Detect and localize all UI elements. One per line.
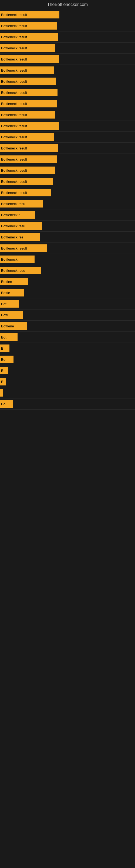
bottleneck-bar: Bottleneck r xyxy=(0,211,35,219)
bar-row: Bottleneck result xyxy=(0,31,135,42)
bottleneck-bar: Bottleneck result xyxy=(0,144,58,152)
bar-row: Bottleneck result xyxy=(0,20,135,31)
bottleneck-bar: Bottle xyxy=(0,289,24,297)
bottleneck-bar: Bottleneck result xyxy=(0,44,55,52)
bottleneck-bar: Bottleneck result xyxy=(0,33,58,41)
bottleneck-bar: Bottlen xyxy=(0,278,28,285)
bottleneck-bar: B xyxy=(0,344,9,352)
bar-row xyxy=(0,388,135,399)
bar-row: Bottleneck result xyxy=(0,120,135,131)
bar-row: Bottleneck result xyxy=(0,154,135,165)
bar-row: Bo xyxy=(0,399,135,410)
bottleneck-bar: Bottleneck result xyxy=(0,55,59,63)
bar-row: Bottleneck result xyxy=(0,176,135,187)
bottleneck-bar: Bottleneck result xyxy=(0,78,56,85)
bottleneck-bar: Bottleneck result xyxy=(0,178,53,185)
bar-row: Bottleneck result xyxy=(0,109,135,120)
bottleneck-bar: Bottleneck resu xyxy=(0,200,43,208)
bottleneck-bar: Bottleneck result xyxy=(0,189,51,196)
bottleneck-bar: Bottl xyxy=(0,311,23,319)
bar-row: Bottlen xyxy=(0,276,135,287)
site-title: TheBottlenecker.com xyxy=(0,0,135,9)
bar-row: Bottleneck result xyxy=(0,9,135,20)
bar-row: Bottleneck result xyxy=(0,143,135,154)
bar-row: Bottleneck resu xyxy=(0,265,135,276)
bottleneck-bar xyxy=(0,389,3,397)
bar-row: Bottl xyxy=(0,310,135,321)
bar-row: Bottleneck resu xyxy=(0,220,135,231)
bar-row: Bottleneck result xyxy=(0,76,135,87)
bottleneck-bar: Bottleneck res xyxy=(0,233,40,241)
bottleneck-bar: Bottleneck result xyxy=(0,11,59,19)
bottleneck-bar: B xyxy=(0,367,8,374)
bottleneck-bar: Bottleneck result xyxy=(0,111,55,119)
bottleneck-bar: Bo xyxy=(0,355,13,363)
bottleneck-bar: Bottleneck result xyxy=(0,100,57,107)
bar-row: Bot xyxy=(0,332,135,343)
bar-row: Bottleneck res xyxy=(0,231,135,243)
bottleneck-bar: Bottleneck result xyxy=(0,155,57,163)
bar-row: Bottleneck r xyxy=(0,254,135,265)
bottleneck-bar: Bo xyxy=(0,400,13,408)
bottleneck-bar: Bottleneck resu xyxy=(0,267,41,274)
bottleneck-bar: Bottleneck result xyxy=(0,244,47,252)
bar-row: Bottleneck resu xyxy=(0,198,135,209)
bar-row: Bottleneck result xyxy=(0,42,135,54)
bar-row: Bottleneck r xyxy=(0,209,135,220)
bottleneck-bar: Bottlene xyxy=(0,322,27,330)
bar-row: Bottleneck result xyxy=(0,165,135,176)
bottleneck-bar: Bottleneck result xyxy=(0,133,54,141)
bar-row: Bottleneck result xyxy=(0,131,135,143)
bar-row: Bot xyxy=(0,299,135,310)
bottleneck-bar: Bottleneck result xyxy=(0,66,54,74)
bar-row: Bottleneck result xyxy=(0,187,135,198)
bar-row: B xyxy=(0,343,135,354)
bar-row: Bottle xyxy=(0,287,135,299)
bottleneck-bar: Bottleneck result xyxy=(0,166,55,174)
bar-row: B xyxy=(0,376,135,388)
bar-row: Bottleneck result xyxy=(0,65,135,76)
bar-row: Bottleneck result xyxy=(0,98,135,109)
bar-row: Bottleneck result xyxy=(0,243,135,254)
bottleneck-bar: Bottleneck result xyxy=(0,22,57,30)
bottleneck-bar: Bot xyxy=(0,300,19,308)
bottleneck-bar: Bot xyxy=(0,333,17,341)
bar-row: B xyxy=(0,365,135,376)
bar-row: Bottleneck result xyxy=(0,54,135,65)
bar-row: Bottleneck result xyxy=(0,87,135,98)
bar-row: Bottlene xyxy=(0,321,135,332)
bottleneck-bar: Bottleneck resu xyxy=(0,222,42,230)
bottleneck-bar: Bottleneck result xyxy=(0,122,59,130)
bottleneck-bar: Bottleneck r xyxy=(0,255,35,263)
bar-row: Bo xyxy=(0,354,135,365)
bottleneck-bar: Bottleneck result xyxy=(0,89,57,96)
bottleneck-bar: B xyxy=(0,378,6,385)
